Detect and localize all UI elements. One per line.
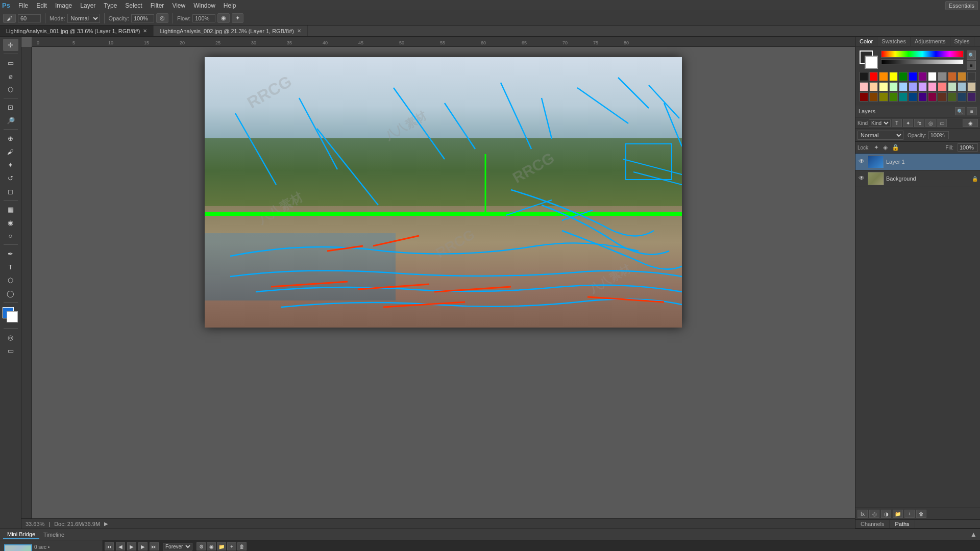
swatch-gray[interactable] <box>938 72 946 81</box>
history-brush[interactable]: ↺ <box>3 172 18 184</box>
swatch-grape[interactable] <box>967 92 976 102</box>
layer-opacity-input[interactable] <box>928 131 949 139</box>
tab-paths[interactable]: Paths <box>890 520 915 528</box>
swatch-sienna[interactable] <box>869 92 878 102</box>
type-tool[interactable]: T <box>3 261 18 273</box>
doc-tab-2[interactable]: LightingAnalysis_002.jpg @ 21.3% (Layer … <box>154 26 307 36</box>
lock-all-icon[interactable]: 🔒 <box>892 144 899 151</box>
quick-select-tool[interactable]: ⬡ <box>3 83 18 95</box>
menu-type[interactable]: Type <box>100 1 121 10</box>
layer-1-visibility[interactable]: 👁 <box>857 158 866 166</box>
clone-tool[interactable]: ✦ <box>3 159 18 171</box>
menu-layer[interactable]: Layer <box>76 1 100 10</box>
healing-tool[interactable]: ⊕ <box>3 132 18 144</box>
swatch-red[interactable] <box>869 72 878 81</box>
layers-search-icon[interactable]: 🔍 <box>955 107 965 115</box>
mini-bridge-tab[interactable]: Mini Bridge <box>3 530 39 539</box>
swatch-purple[interactable] <box>918 72 927 81</box>
layer-new-button[interactable]: + <box>904 510 915 518</box>
status-arrow[interactable]: ▶ <box>104 521 108 527</box>
timeline-settings[interactable]: ⚙ <box>197 542 206 550</box>
layer-item-background[interactable]: 👁 Background 🔒 <box>855 170 980 187</box>
menu-file[interactable]: File <box>14 1 32 10</box>
timeline-add[interactable]: + <box>227 542 236 550</box>
panel-search-icon[interactable]: 🔍 <box>967 51 976 60</box>
lock-pixel-icon[interactable]: ◈ <box>883 144 888 151</box>
layers-filter-btn[interactable]: T <box>892 119 902 127</box>
swatch-dark-green[interactable] <box>889 92 898 102</box>
swatch-mint[interactable] <box>889 82 898 91</box>
swatch-sage[interactable] <box>948 82 957 91</box>
swatch-fern[interactable] <box>948 92 957 102</box>
tab-adjustments[interactable]: Adjustments <box>911 37 950 46</box>
swatch-peach[interactable] <box>869 82 878 91</box>
brush-tool-icon[interactable]: 🖌 <box>3 14 16 23</box>
layer-item-1[interactable]: 👁 Layer 1 <box>855 154 980 170</box>
gradient-tool[interactable]: ▦ <box>3 203 18 215</box>
swatch-rose[interactable] <box>928 82 937 91</box>
timeline-first-frame[interactable]: ⏮ <box>105 542 114 550</box>
opacity-icon[interactable]: ◎ <box>156 13 168 23</box>
tab-swatches[interactable]: Swatches <box>877 37 911 46</box>
marquee-tool[interactable]: ▭ <box>3 57 18 69</box>
eraser-tool[interactable]: ◻ <box>3 185 18 197</box>
pen-tool[interactable]: ✒ <box>3 247 18 260</box>
flow-icon[interactable]: ◉ <box>217 13 230 23</box>
timeline-render[interactable]: ◉ <box>207 542 216 550</box>
swatch-navy[interactable] <box>909 92 917 102</box>
swatch-salmon[interactable] <box>938 82 946 91</box>
swatch-burgundy[interactable] <box>928 92 937 102</box>
swatch-teal[interactable] <box>899 92 908 102</box>
brush-tool[interactable]: 🖌 <box>3 145 18 158</box>
screen-mode-tool[interactable]: ▭ <box>3 344 18 357</box>
layers-filter-btn4[interactable]: ◎ <box>925 119 936 127</box>
swatch-dark[interactable] <box>967 72 976 81</box>
path-tool[interactable]: ⬡ <box>3 274 18 286</box>
opacity-input[interactable] <box>131 14 154 22</box>
mode-select[interactable]: Normal Multiply Screen Overlay <box>67 14 100 23</box>
eyedropper-tool[interactable]: 🔎 <box>3 114 18 127</box>
mini-bridge-thumb-1[interactable] <box>4 544 32 551</box>
color-spectrum-bar[interactable] <box>881 51 964 58</box>
tab-styles[interactable]: Styles <box>950 37 974 46</box>
layer-fx-button[interactable]: fx <box>857 510 868 518</box>
swatch-white[interactable] <box>928 72 937 81</box>
menu-image[interactable]: Image <box>51 1 76 10</box>
swatch-khaki[interactable] <box>967 82 976 91</box>
swatch-chocolate[interactable] <box>938 92 946 102</box>
quick-mask-tool[interactable]: ◎ <box>3 331 18 343</box>
tab-color[interactable]: Color <box>855 37 877 46</box>
layer-group-button[interactable]: 📁 <box>893 510 903 518</box>
shape-tool[interactable]: ◯ <box>3 287 18 299</box>
bg-color-box[interactable] <box>865 56 878 69</box>
layers-toggle-btn[interactable]: ◉ <box>963 119 978 127</box>
timeline-tab[interactable]: Timeline <box>39 531 68 539</box>
layer-delete-button[interactable]: 🗑 <box>916 510 926 518</box>
menu-edit[interactable]: Edit <box>32 1 51 10</box>
menu-help[interactable]: Help <box>219 1 240 10</box>
doc-tab-2-close[interactable]: ✕ <box>297 28 301 34</box>
swatch-olive[interactable] <box>879 92 888 102</box>
layer-adjustment-button[interactable]: ◑ <box>881 510 891 518</box>
swatch-black[interactable] <box>860 72 868 81</box>
layer-bg-visibility[interactable]: 👁 <box>857 174 866 183</box>
layers-filter-btn3[interactable]: fx <box>914 119 924 127</box>
doc-tab-1-close[interactable]: ✕ <box>143 28 147 34</box>
airbrush-icon[interactable]: ✦ <box>232 13 243 23</box>
panel-menu-icon[interactable]: ≡ <box>967 61 976 70</box>
essentials-button[interactable]: Essentials <box>945 1 978 10</box>
swatch-sky[interactable] <box>899 82 908 91</box>
canvas-area[interactable]: 0 5 10 15 20 25 30 35 40 45 50 55 60 65 … <box>21 37 855 529</box>
lock-position-icon[interactable]: ✦ <box>874 144 879 151</box>
swatch-pink[interactable] <box>860 82 868 91</box>
layers-filter-btn5[interactable]: ▭ <box>937 119 947 127</box>
swatch-indigo[interactable] <box>918 92 927 102</box>
layers-kind-select[interactable]: Kind <box>869 119 891 127</box>
timeline-folder[interactable]: 📁 <box>217 542 226 550</box>
loop-select[interactable]: Forever Once 3 Times <box>163 543 192 550</box>
layer-blend-mode[interactable]: Normal Multiply Screen Overlay <box>857 131 903 140</box>
timeline-play[interactable]: ▶ <box>127 542 136 550</box>
canvas-container[interactable]: RRCG 八八素材 RRCG 八八素材 RRCG 八八素材 <box>32 47 855 518</box>
dodge-tool[interactable]: ○ <box>3 230 18 242</box>
menu-select[interactable]: Select <box>121 1 146 10</box>
